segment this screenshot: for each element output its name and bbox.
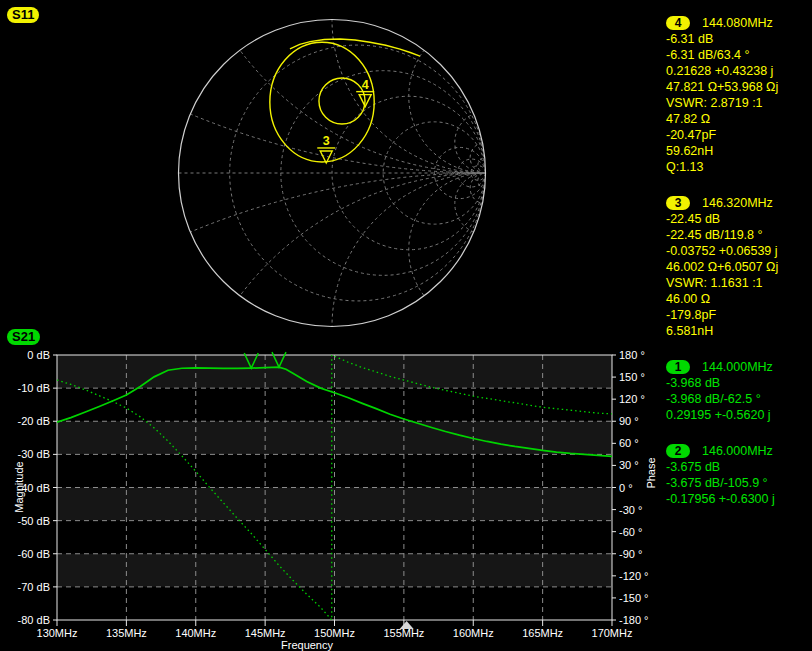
phase-tick-label: -90 ° bbox=[619, 548, 642, 560]
marker-3-frequency: 146.320MHz bbox=[702, 196, 773, 210]
magnitude-tick-label: -70 dB bbox=[18, 581, 50, 593]
marker-1-line: -3.968 dB bbox=[666, 375, 812, 391]
magnitude-tick-label: -60 dB bbox=[18, 548, 50, 560]
marker-3-badge: 3 bbox=[666, 196, 690, 210]
marker-4-line: 47.821 Ω+53.968 Ωj bbox=[666, 79, 812, 95]
phase-tick-label: -150 ° bbox=[619, 592, 648, 604]
svg-text:3: 3 bbox=[323, 134, 330, 148]
s21-trace-badge[interactable]: S21 bbox=[7, 329, 40, 345]
frequency-tick-label: 160MHz bbox=[453, 627, 494, 639]
phase-tick-label: -180 ° bbox=[619, 614, 648, 626]
phase-tick-label: -60 ° bbox=[619, 526, 642, 538]
marker-2-line: -3.675 dB/-105.9 ° bbox=[666, 475, 812, 491]
frequency-tick-label: 150MHz bbox=[314, 627, 355, 639]
magnitude-tick-label: -10 dB bbox=[18, 382, 50, 394]
sweep-indicator bbox=[400, 621, 414, 629]
frequency-tick-label: 130MHz bbox=[37, 627, 78, 639]
s11-trace-badge[interactable]: S11 bbox=[7, 7, 39, 23]
marker-3-line: 46.002 Ω+6.0507 Ωj bbox=[666, 259, 812, 275]
marker-readout-panel: 4144.080MHz-6.31 dB-6.31 dB/63.4 °0.2162… bbox=[666, 15, 812, 527]
phase-tick-label: 180 ° bbox=[619, 349, 645, 361]
marker-3-line: 6.581nH bbox=[666, 323, 812, 339]
marker-3-line: -22.45 dB bbox=[666, 211, 812, 227]
marker-4-line: 0.21628 +0.43238 j bbox=[666, 63, 812, 79]
frequency-tick-label: 135MHz bbox=[106, 627, 147, 639]
marker-4-line: VSWR: 2.8719 :1 bbox=[666, 95, 812, 111]
magnitude-tick-label: -30 dB bbox=[18, 448, 50, 460]
marker-3-line: 46.00 Ω bbox=[666, 291, 812, 307]
magnitude-tick-label: -50 dB bbox=[18, 515, 50, 527]
marker-3-line: -22.45 dB/119.8 ° bbox=[666, 227, 812, 243]
marker-2-frequency: 146.000MHz bbox=[702, 444, 773, 458]
marker-1-frequency: 144.000MHz bbox=[702, 360, 773, 374]
marker-4-line: -6.31 dB bbox=[666, 31, 812, 47]
marker-2-header: 2146.000MHz bbox=[666, 443, 812, 459]
marker-3-line: -179.8pF bbox=[666, 307, 812, 323]
phase-tick-label: -30 ° bbox=[619, 504, 642, 516]
marker-1-badge: 1 bbox=[666, 360, 690, 374]
frequency-tick-label: 170MHz bbox=[592, 627, 633, 639]
s11-trace bbox=[270, 39, 420, 162]
marker-4-line: 59.62nH bbox=[666, 143, 812, 159]
phase-axis-title: Phase bbox=[645, 457, 657, 488]
marker-4-line: -20.47pF bbox=[666, 127, 812, 143]
phase-tick-label: 30 ° bbox=[619, 459, 639, 471]
s21-chart[interactable]: 0 dB-10 dB-20 dB-30 dB-40 dB-50 dB-60 dB… bbox=[18, 349, 649, 639]
frequency-tick-label: 165MHz bbox=[522, 627, 563, 639]
phase-tick-label: 0 ° bbox=[619, 482, 633, 494]
magnitude-tick-label: 0 dB bbox=[27, 349, 50, 361]
smith-marker-3[interactable]: 3 bbox=[317, 134, 335, 163]
phase-tick-label: -120 ° bbox=[619, 570, 648, 582]
phase-tick-label: 60 ° bbox=[619, 437, 639, 449]
phase-tick-label: 120 ° bbox=[619, 393, 645, 405]
svg-text:4: 4 bbox=[362, 78, 369, 92]
magnitude-tick-label: -80 dB bbox=[18, 614, 50, 626]
marker-4-readout: 4144.080MHz-6.31 dB-6.31 dB/63.4 °0.2162… bbox=[666, 15, 812, 175]
marker-2-line: -3.675 dB bbox=[666, 459, 812, 475]
frequency-tick-label: 145MHz bbox=[245, 627, 286, 639]
marker-4-frequency: 144.080MHz bbox=[702, 16, 773, 30]
magnitude-axis-title: Magnitude bbox=[13, 461, 25, 512]
marker-4-badge: 4 bbox=[666, 16, 690, 30]
marker-1-line: 0.29195 +-0.5620 j bbox=[666, 407, 812, 423]
marker-4-line: 47.82 Ω bbox=[666, 111, 812, 127]
marker-4-line: -6.31 dB/63.4 ° bbox=[666, 47, 812, 63]
phase-tick-label: 90 ° bbox=[619, 415, 639, 427]
marker-3-line: -0.03752 +0.06539 j bbox=[666, 243, 812, 259]
magnitude-tick-label: -20 dB bbox=[18, 415, 50, 427]
marker-4-line: Q:1.13 bbox=[666, 159, 812, 175]
marker-2-line: -0.17956 +-0.6300 j bbox=[666, 491, 812, 507]
marker-2-readout: 2146.000MHz-3.675 dB-3.675 dB/-105.9 °-0… bbox=[666, 443, 812, 507]
phase-tick-label: 150 ° bbox=[619, 371, 645, 383]
marker-1-line: -3.968 dB/-62.5 ° bbox=[666, 391, 812, 407]
marker-4-header: 4144.080MHz bbox=[666, 15, 812, 31]
frequency-tick-label: 140MHz bbox=[175, 627, 216, 639]
marker-1-readout: 1144.000MHz-3.968 dB-3.968 dB/-62.5 °0.2… bbox=[666, 359, 812, 423]
app-window: S11 S21 43 0 dB-10 dB-20 dB-30 dB-40 dB-… bbox=[0, 0, 812, 651]
marker-3-readout: 3146.320MHz-22.45 dB-22.45 dB/119.8 °-0.… bbox=[666, 195, 812, 339]
marker-3-header: 3146.320MHz bbox=[666, 195, 812, 211]
frequency-axis-title: Frequency bbox=[281, 639, 333, 651]
marker-1-header: 1144.000MHz bbox=[666, 359, 812, 375]
marker-3-line: VSWR: 1.1631 :1 bbox=[666, 275, 812, 291]
marker-2-badge: 2 bbox=[666, 444, 690, 458]
